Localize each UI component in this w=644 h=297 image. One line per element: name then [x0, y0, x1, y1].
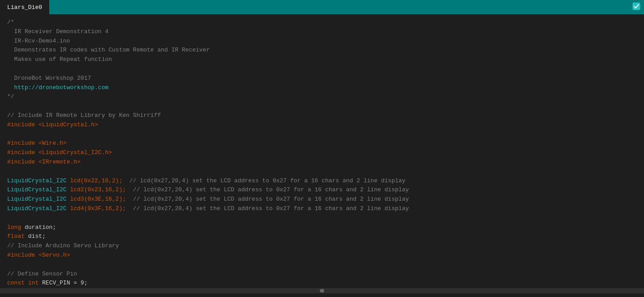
code-line: long duration;: [7, 223, 637, 232]
code-line: IR Receiver Demonstration 4: [7, 27, 637, 37]
code-line: LiquidCrystal_I2C lcd2(0x23,16,2); // lc…: [7, 185, 637, 195]
code-line: [7, 260, 637, 270]
verify-button[interactable]: [632, 2, 640, 12]
code-line: #include <LiquidCrystal.h>: [7, 121, 637, 130]
editor-area[interactable]: /* IR Receiver Demonstration 4 IR-Rcv-De…: [0, 14, 644, 297]
horizontal-scrollbar-thumb[interactable]: [320, 289, 324, 293]
code-line: [7, 65, 637, 74]
code-line: DroneBot Workshop 2017: [7, 74, 637, 83]
tab-liars-die0[interactable]: Liars_Die0: [0, 0, 50, 14]
code-content: /* IR Receiver Demonstration 4 IR-Rcv-De…: [0, 18, 644, 297]
code-line: [7, 214, 637, 223]
code-line: float dist;: [7, 232, 637, 241]
code-line: [7, 102, 637, 111]
code-line: LiquidCrystal_I2C lcd4(0x3F,16,2); // lc…: [7, 204, 637, 214]
code-line: // Include IR Remote Library by Ken Shir…: [7, 111, 637, 121]
code-line: http://dronebotworkshop.com: [7, 83, 637, 93]
code-line: #include <LiquidCrystal_I2C.h>: [7, 148, 637, 158]
code-line: // Include Arduino Servo Library: [7, 241, 637, 251]
code-line: #include <Wire.h>: [7, 139, 637, 148]
code-line: LiquidCrystal_I2C lcd(0x22,16,2); // lcd…: [7, 176, 637, 186]
tab-label: Liars_Die0: [7, 4, 42, 11]
code-line: #include <Servo.h>: [7, 251, 637, 260]
code-line: [7, 167, 637, 176]
app-container: Liars_Die0 /* IR Receiver Demonstration …: [0, 0, 644, 297]
code-line: */: [7, 92, 637, 102]
tab-bar: Liars_Die0: [0, 0, 644, 14]
code-line: Demonstrates IR codes with Custom Remote…: [7, 46, 637, 55]
code-line: const int RECV_PIN = 9;: [7, 279, 637, 288]
code-line: [7, 130, 637, 139]
code-line: // Define Sensor Pin: [7, 270, 637, 279]
code-line: /*: [7, 18, 637, 27]
code-line: LiquidCrystal_I2C lcd3(0x3E,16,2); // lc…: [7, 195, 637, 204]
code-line: IR-Rcv-Demo4.ino: [7, 37, 637, 46]
code-line: Makes use of Repeat function: [7, 55, 637, 65]
code-line: #include <IRremote.h>: [7, 158, 637, 167]
